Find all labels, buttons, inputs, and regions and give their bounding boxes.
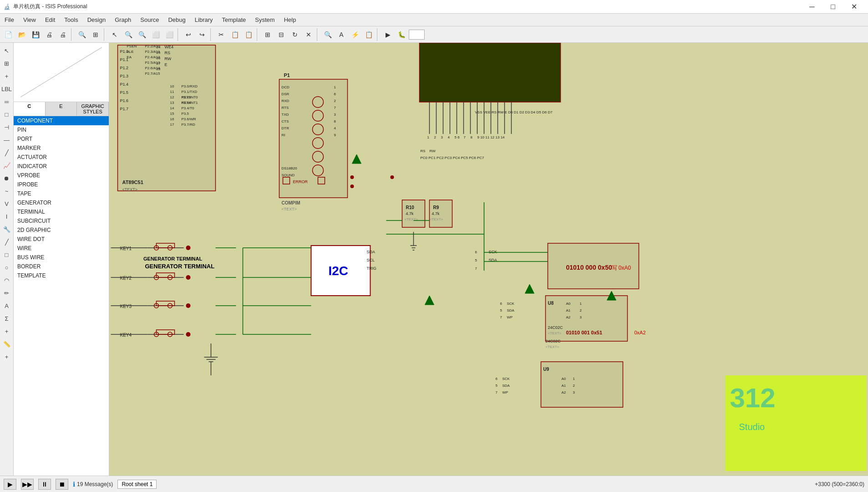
pick-from-library-button[interactable]: 🔍	[76, 28, 88, 41]
debug-button[interactable]: 🐛	[395, 28, 408, 41]
arc-draw-button[interactable]: ◠	[1, 274, 13, 286]
add-sheet-button[interactable]: +	[1, 351, 13, 363]
play-button[interactable]: ▶	[4, 479, 16, 490]
redo-button[interactable]: ↪	[196, 28, 208, 41]
menu-item-design[interactable]: Design	[83, 14, 110, 26]
component-mode-button[interactable]: ⊞	[1, 57, 13, 69]
comp-item-marker[interactable]: MARKER	[14, 144, 109, 153]
close-button[interactable]: ✕	[843, 0, 864, 14]
cut-button[interactable]: ✂	[215, 28, 228, 41]
copy-button[interactable]: 📋	[228, 28, 241, 41]
undo-button[interactable]: ↩	[182, 28, 195, 41]
print-button[interactable]: 🖨	[56, 28, 69, 41]
menu-item-debug[interactable]: Debug	[163, 14, 190, 26]
select-button[interactable]: ↖	[108, 28, 121, 41]
menu-item-template[interactable]: Template	[218, 14, 251, 26]
comp-item-component[interactable]: COMPONENT	[14, 116, 109, 125]
tape-recorder-button[interactable]: ⏺	[1, 172, 13, 184]
line-draw-button[interactable]: ╱	[1, 236, 13, 248]
current-probe-button[interactable]: I	[1, 210, 13, 222]
menu-item-file[interactable]: File	[0, 14, 19, 26]
zoom-in-button[interactable]: 🔍	[122, 28, 135, 41]
comp-item-template[interactable]: TEMPLATE	[14, 271, 109, 280]
graph-button[interactable]: 📈	[1, 159, 13, 171]
menu-item-source[interactable]: Source	[136, 14, 163, 26]
zoom-all-button[interactable]: ⬜	[163, 28, 176, 41]
comp-item-terminal[interactable]: TERMINAL	[14, 207, 109, 216]
search-button[interactable]: 🔍	[321, 28, 334, 41]
canvas-area[interactable]: P1.0 P1.1 P1.2 P1.3 P1.4 P1.5 P1.6 P1.7 …	[109, 43, 868, 476]
menu-item-tools[interactable]: Tools	[60, 14, 82, 26]
generator-button[interactable]: ~	[1, 185, 13, 197]
netlist-button[interactable]: 📋	[362, 28, 375, 41]
new-button[interactable]: 📄	[2, 28, 15, 41]
comp-tab-graphic-styles[interactable]: GRAPHIC STYLES	[77, 102, 109, 116]
virtual-inst-button[interactable]: 🔧	[1, 223, 13, 235]
menu-item-library[interactable]: Library	[190, 14, 218, 26]
block-rotate-button[interactable]: ↻	[289, 28, 301, 41]
menu-item-help[interactable]: Help	[279, 14, 301, 26]
comp-item-generator[interactable]: GENERATOR	[14, 198, 109, 207]
menu-item-edit[interactable]: Edit	[41, 14, 60, 26]
select-mode-button[interactable]: ↖	[1, 45, 13, 56]
block-move-button[interactable]: ⊟	[275, 28, 288, 41]
voltage-probe-button[interactable]: V	[1, 198, 13, 210]
svg-text:16: 16	[170, 117, 174, 121]
print-setup-button[interactable]: 🖨	[43, 28, 56, 41]
comp-item-actuator[interactable]: ACTUATOR	[14, 153, 109, 162]
step-play-button[interactable]: ▶▶	[21, 479, 34, 490]
circle-draw-button[interactable]: ○	[1, 261, 13, 273]
maximize-button[interactable]: □	[822, 0, 843, 14]
comp-item-2d-graphic[interactable]: 2D GRAPHIC	[14, 226, 109, 235]
device-pin-button[interactable]: —	[1, 134, 13, 146]
comp-item-wire[interactable]: WIRE	[14, 244, 109, 253]
menu-item-system[interactable]: System	[250, 14, 279, 26]
save-button[interactable]: 💾	[29, 28, 42, 41]
zoom-out-button[interactable]: 🔍	[136, 28, 148, 41]
box-draw-button[interactable]: □	[1, 249, 13, 261]
comp-item-border[interactable]: BORDER	[14, 262, 109, 271]
open-button[interactable]: 📂	[15, 28, 28, 41]
junction-mode-button[interactable]: +	[1, 70, 13, 82]
bus-entry-button[interactable]: ╱	[1, 147, 13, 159]
comp-item-port[interactable]: PORT	[14, 134, 109, 144]
comp-item-wire-dot[interactable]: WIRE DOT	[14, 235, 109, 244]
paste-button[interactable]: 📋	[242, 28, 255, 41]
comp-tab-e[interactable]: E	[46, 102, 77, 116]
terminal-button[interactable]: ⊣	[1, 121, 13, 133]
menu-item-view[interactable]: View	[19, 14, 41, 26]
svg-text:1: 1	[573, 377, 575, 381]
comp-item-vprobe[interactable]: VPROBE	[14, 171, 109, 180]
block-copy-button[interactable]: ⊞	[261, 28, 274, 41]
zoom-input[interactable]: 0	[409, 30, 425, 40]
toolbar-separator	[178, 28, 180, 41]
rulers-button[interactable]: 📏	[1, 338, 13, 350]
symbols-button[interactable]: Σ	[1, 313, 13, 324]
block-delete-button[interactable]: ✕	[302, 28, 315, 41]
path-draw-button[interactable]: ✏	[1, 287, 13, 299]
zoom-area-button[interactable]: ⬜	[149, 28, 162, 41]
origin-button[interactable]: +	[1, 325, 13, 337]
pause-button[interactable]: ⏸	[38, 479, 51, 490]
comp-tab-c[interactable]: C	[14, 102, 46, 116]
bus-wire-button[interactable]: ═	[1, 96, 13, 108]
text-button[interactable]: A	[1, 300, 13, 312]
stop-button[interactable]: ⏹	[56, 479, 68, 490]
simulation-button[interactable]: ▶	[381, 28, 394, 41]
comp-item-iprobe[interactable]: IPROBE	[14, 180, 109, 189]
comp-item-indicator[interactable]: INDICATOR	[14, 162, 109, 171]
electrical-check-button[interactable]: ⚡	[349, 28, 361, 41]
svg-text:26: 26	[157, 56, 161, 60]
svg-text:RXD: RXD	[282, 99, 289, 103]
wire-label-button[interactable]: LBL	[1, 83, 13, 95]
comp-item-bus-wire[interactable]: BUS WIRE	[14, 253, 109, 262]
comp-item-subcircuit[interactable]: SUBCIRCUIT	[14, 216, 109, 226]
annotate-button[interactable]: A	[335, 28, 348, 41]
menu-item-graph[interactable]: Graph	[110, 14, 136, 26]
svg-text:WP: WP	[507, 315, 513, 319]
comp-item-pin[interactable]: PIN	[14, 125, 109, 134]
comp-item-tape[interactable]: TAPE	[14, 189, 109, 198]
minimize-button[interactable]: ─	[802, 0, 822, 14]
make-device-button[interactable]: ⊞	[89, 28, 102, 41]
subcircuit-button[interactable]: □	[1, 108, 13, 120]
